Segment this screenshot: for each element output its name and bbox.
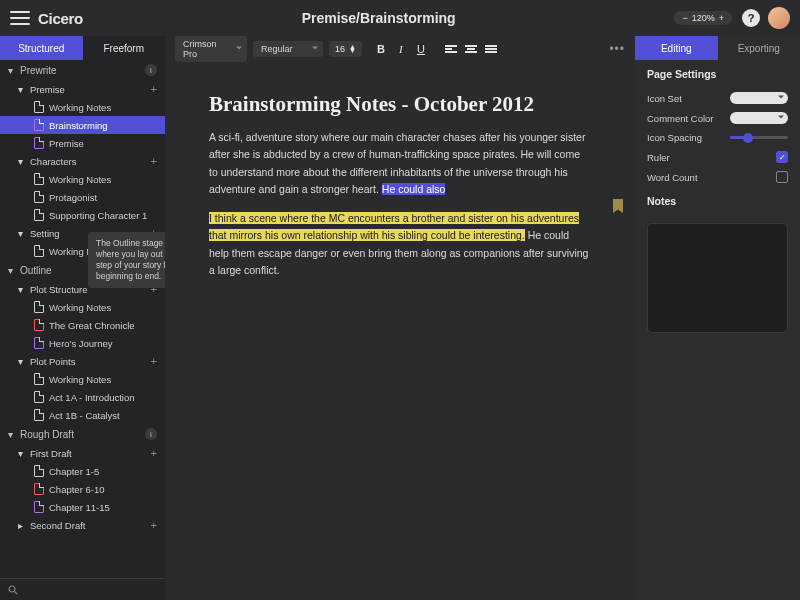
chevron-icon: ▾: [18, 284, 26, 295]
group-header[interactable]: ▾Premise+: [0, 80, 165, 98]
chevron-down-icon: ▾: [8, 65, 16, 76]
file-icon: [34, 319, 44, 331]
checkbox[interactable]: ✓: [776, 151, 788, 163]
add-icon[interactable]: +: [151, 447, 157, 459]
more-button[interactable]: •••: [609, 42, 625, 56]
underline-button[interactable]: U: [412, 40, 430, 58]
item-label: Working Notes: [49, 102, 111, 113]
sidebar-item[interactable]: Chapter 11-15: [0, 498, 165, 516]
item-label: The Great Chronicle: [49, 320, 135, 331]
search-bar[interactable]: [0, 578, 165, 600]
add-icon[interactable]: +: [151, 155, 157, 167]
font-select[interactable]: Crimson Pro: [175, 36, 247, 62]
checkbox[interactable]: [776, 171, 788, 183]
row-label: Ruler: [647, 152, 670, 163]
chevron-icon: ▾: [18, 84, 26, 95]
chevron-icon: ▾: [18, 448, 26, 459]
tab-editing[interactable]: Editing: [635, 36, 718, 60]
sidebar-item[interactable]: Hero's Journey: [0, 334, 165, 352]
weight-select[interactable]: Regular: [253, 41, 323, 57]
sidebar-item[interactable]: The Great Chronicle: [0, 316, 165, 334]
item-label: Hero's Journey: [49, 338, 113, 349]
info-badge[interactable]: i: [145, 428, 157, 440]
align-justify-button[interactable]: [482, 40, 500, 58]
item-label: Brainstorming: [49, 120, 108, 131]
sidebar-item[interactable]: Working Notes: [0, 98, 165, 116]
row-label: Comment Color: [647, 113, 714, 124]
file-icon: [34, 119, 44, 131]
tab-structured[interactable]: Structured: [0, 36, 83, 60]
file-icon: [34, 209, 44, 221]
zoom-control[interactable]: −120%+: [674, 11, 732, 25]
sidebar-item[interactable]: Working Notes: [0, 170, 165, 188]
file-icon: [34, 301, 44, 313]
file-icon: [34, 191, 44, 203]
settings-row: Ruler✓: [635, 147, 800, 167]
slider[interactable]: [730, 136, 788, 139]
item-label: Protagonist: [49, 192, 97, 203]
doc-title: Brainstorming Notes - October 2012: [209, 92, 591, 117]
section-header[interactable]: ▾Rough Drafti: [0, 424, 165, 444]
add-icon[interactable]: +: [151, 355, 157, 367]
sidebar-item[interactable]: Brainstorming: [0, 116, 165, 134]
item-label: Premise: [49, 138, 84, 149]
breadcrumb: Premise/Brainstorming: [83, 10, 675, 26]
highlighted-text: I think a scene where the MC encounters …: [209, 212, 579, 241]
info-badge[interactable]: i: [145, 64, 157, 76]
align-center-button[interactable]: [462, 40, 480, 58]
tab-freeform[interactable]: Freeform: [83, 36, 166, 60]
file-icon: [34, 465, 44, 477]
tab-exporting[interactable]: Exporting: [718, 36, 801, 60]
file-icon: [34, 373, 44, 385]
sidebar-item[interactable]: Premise: [0, 134, 165, 152]
tooltip: The Outline stage is where you lay out e…: [88, 232, 165, 288]
italic-button[interactable]: I: [392, 40, 410, 58]
align-left-button[interactable]: [442, 40, 460, 58]
sidebar-item[interactable]: Chapter 1-5: [0, 462, 165, 480]
file-icon: [34, 173, 44, 185]
item-label: Working Notes: [49, 174, 111, 185]
chevron-icon: ▾: [18, 156, 26, 167]
sidebar-item[interactable]: Act 1B - Catalyst: [0, 406, 165, 424]
settings-row: Icon Spacing: [635, 128, 800, 147]
chevron-down-icon: ▾: [8, 265, 16, 276]
item-label: Chapter 1-5: [49, 466, 99, 477]
add-icon[interactable]: +: [151, 519, 157, 531]
section-header[interactable]: ▾Prewritei: [0, 60, 165, 80]
sidebar-item[interactable]: Supporting Character 1: [0, 206, 165, 224]
add-icon[interactable]: +: [151, 83, 157, 95]
doc-paragraph[interactable]: I think a scene where the MC encounters …: [209, 210, 591, 279]
settings-row: Word Count: [635, 167, 800, 187]
panel-section-title: Notes: [635, 187, 800, 215]
text-selection: He could also: [382, 183, 446, 195]
settings-row: Comment Color: [635, 108, 800, 128]
sidebar-item[interactable]: Act 1A - Introduction: [0, 388, 165, 406]
bold-button[interactable]: B: [372, 40, 390, 58]
sidebar-item[interactable]: Protagonist: [0, 188, 165, 206]
group-header[interactable]: ▾Characters+: [0, 152, 165, 170]
file-icon: [34, 409, 44, 421]
group-header[interactable]: ▾Plot Points+: [0, 352, 165, 370]
menu-icon[interactable]: [10, 11, 30, 25]
svg-line-1: [15, 591, 18, 594]
size-stepper[interactable]: 16▲▼: [329, 41, 362, 57]
file-icon: [34, 245, 44, 257]
settings-row: Icon Set: [635, 88, 800, 108]
group-header[interactable]: ▾First Draft+: [0, 444, 165, 462]
svg-point-0: [9, 586, 15, 592]
doc-paragraph[interactable]: A sci-fi, adventure story where our main…: [209, 129, 591, 198]
sidebar-item[interactable]: Working Notes: [0, 370, 165, 388]
app-logo: Cicero: [38, 10, 83, 27]
item-label: Act 1A - Introduction: [49, 392, 135, 403]
help-button[interactable]: ?: [742, 9, 760, 27]
sidebar-item[interactable]: Working Notes: [0, 298, 165, 316]
dropdown-pill[interactable]: [730, 112, 788, 124]
avatar[interactable]: [768, 7, 790, 29]
sidebar-item[interactable]: Chapter 6-10: [0, 480, 165, 498]
search-input[interactable]: [24, 585, 157, 595]
group-header[interactable]: ▸Second Draft+: [0, 516, 165, 534]
bookmark-icon[interactable]: [613, 199, 623, 213]
notes-textarea[interactable]: [647, 223, 788, 333]
chevron-icon: ▾: [18, 228, 26, 239]
dropdown-pill[interactable]: [730, 92, 788, 104]
